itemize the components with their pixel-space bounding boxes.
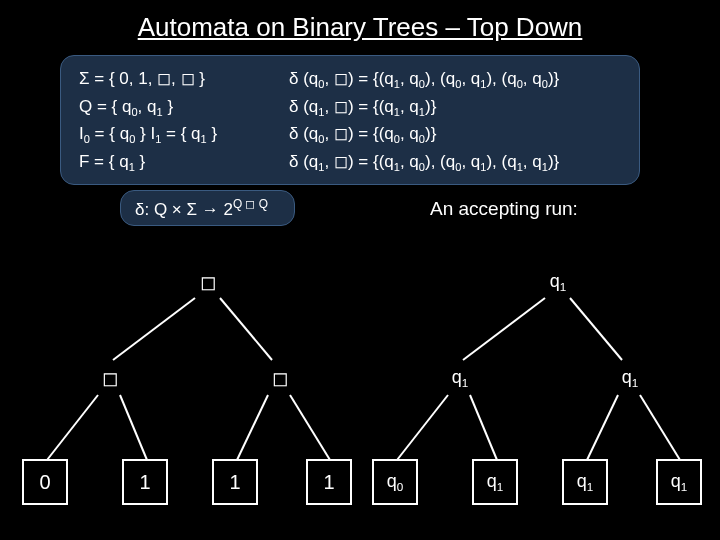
right-ll: q0 bbox=[387, 471, 404, 494]
right-r: q1 bbox=[622, 367, 639, 390]
right-rl: q1 bbox=[577, 471, 594, 494]
right-rr: q1 bbox=[671, 471, 688, 494]
right-tree-node-boxes bbox=[0, 0, 720, 540]
right-root: q1 bbox=[550, 271, 567, 294]
right-lr: q1 bbox=[487, 471, 504, 494]
right-l: q1 bbox=[452, 367, 469, 390]
